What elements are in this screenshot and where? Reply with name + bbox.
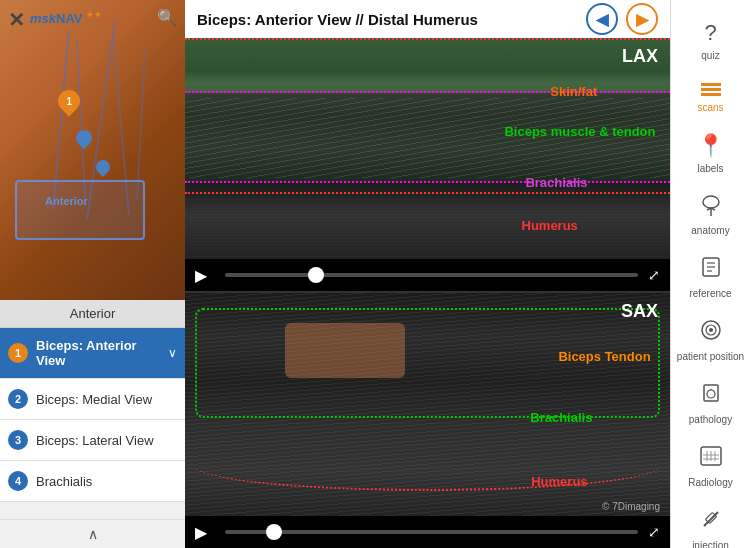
- humerus-sax-label: Humerus: [531, 474, 587, 489]
- brachialis-sax-label: Brachialis: [530, 410, 592, 425]
- sidebar-item-patient-position[interactable]: patient position: [671, 309, 750, 372]
- biceps-tendon-sax-label: Biceps Tendon: [558, 349, 650, 364]
- marker-2[interactable]: [73, 130, 95, 158]
- svg-rect-11: [704, 385, 718, 401]
- scan-list: Anterior 1 Biceps: Anterior View ∨ 2 Bic…: [0, 300, 185, 519]
- sidebar-item-labels[interactable]: 📍 labels: [671, 123, 750, 184]
- scroll-down-button[interactable]: ∧: [0, 519, 185, 548]
- lax-ultrasound: [185, 38, 670, 259]
- panel-title-bar: Biceps: Anterior View // Distal Humerus …: [185, 0, 670, 38]
- sidebar-item-radiology[interactable]: Radiology: [671, 435, 750, 498]
- badge-2: 2: [8, 389, 28, 409]
- labels-label: labels: [697, 163, 723, 174]
- list-item-3[interactable]: 3 Biceps: Lateral View: [0, 420, 185, 461]
- humerus-lax-label: Humerus: [522, 218, 578, 233]
- forward-button[interactable]: ▶: [626, 3, 658, 35]
- lax-fullscreen-button[interactable]: ⤢: [648, 267, 660, 283]
- app-logo: mskNAV ✦✦: [30, 10, 102, 26]
- panel-title-text: Biceps: Anterior View // Distal Humerus: [197, 11, 478, 28]
- right-sidebar: ? quiz scans 📍 labels anatomy reference …: [670, 0, 750, 548]
- list-item-2[interactable]: 2 Biceps: Medial View: [0, 379, 185, 420]
- badge-1: 1: [8, 343, 28, 363]
- anatomy-label: anatomy: [691, 225, 729, 236]
- sax-fullscreen-button[interactable]: ⤢: [648, 524, 660, 540]
- skin-fat-label: Skin/fat: [550, 84, 597, 99]
- radiology-label: Radiology: [688, 477, 732, 488]
- lax-scrubber[interactable]: [225, 273, 638, 277]
- radiology-icon: [699, 445, 723, 473]
- list-item-4[interactable]: 4 Brachialis: [0, 461, 185, 502]
- injection-label: injection: [692, 540, 729, 548]
- injection-icon: [700, 508, 722, 536]
- close-button[interactable]: ✕: [8, 8, 25, 32]
- svg-point-12: [707, 390, 715, 398]
- scans-label: scans: [697, 102, 723, 113]
- item-text-2: Biceps: Medial View: [36, 392, 177, 407]
- item-text-1: Biceps: Anterior View: [36, 338, 168, 368]
- patient-position-label: patient position: [677, 351, 744, 362]
- list-item-1[interactable]: 1 Biceps: Anterior View ∨: [0, 328, 185, 379]
- badge-3: 3: [8, 430, 28, 450]
- anatomy-icon: [699, 194, 723, 221]
- title-nav: ◀ ▶: [586, 3, 658, 35]
- lax-play-button[interactable]: ▶: [195, 266, 215, 285]
- labels-icon: 📍: [697, 133, 724, 159]
- quiz-icon: ?: [704, 20, 716, 46]
- reference-label: reference: [689, 288, 731, 299]
- sax-scan: SAX Biceps Tendon Brachialis Humerus © 7…: [185, 293, 670, 548]
- anatomy-view: 1 Anterior 🔍: [0, 0, 185, 300]
- chevron-down-icon: ∨: [168, 346, 177, 360]
- biceps-tendon-lax-label: Biceps muscle & tendon: [504, 124, 655, 139]
- sidebar-item-pathology[interactable]: pathology: [671, 372, 750, 435]
- patient-position-icon: [700, 319, 722, 347]
- lax-scrubber-thumb[interactable]: [308, 267, 324, 283]
- pathology-label: pathology: [689, 414, 732, 425]
- back-button[interactable]: ◀: [586, 3, 618, 35]
- sidebar-item-reference[interactable]: reference: [671, 246, 750, 309]
- center-panel: Biceps: Anterior View // Distal Humerus …: [185, 0, 670, 548]
- lax-play-bar: ▶ ⤢: [185, 259, 670, 291]
- item-text-4: Brachialis: [36, 474, 177, 489]
- zoom-icon[interactable]: 🔍: [157, 8, 177, 27]
- svg-point-10: [709, 328, 713, 332]
- item-text-3: Biceps: Lateral View: [36, 433, 177, 448]
- sidebar-item-injection[interactable]: injection: [671, 498, 750, 548]
- left-panel: 1 Anterior 🔍 Anterior 1 Biceps: Anterior…: [0, 0, 185, 548]
- badge-4: 4: [8, 471, 28, 491]
- sidebar-item-anatomy[interactable]: anatomy: [671, 184, 750, 246]
- highlight-box: [15, 180, 145, 240]
- list-header: Anterior: [0, 300, 185, 328]
- marker-1[interactable]: 1: [58, 90, 80, 118]
- anterior-label: Anterior: [45, 195, 88, 207]
- reference-icon: [700, 256, 722, 284]
- sax-scrubber-thumb[interactable]: [266, 524, 282, 540]
- copyright-text: © 7Dimaging: [602, 501, 660, 512]
- sidebar-item-scans[interactable]: scans: [671, 71, 750, 123]
- quiz-label: quiz: [701, 50, 719, 61]
- pathology-icon: [700, 382, 722, 410]
- lax-label: LAX: [622, 46, 658, 67]
- sax-play-bar: ▶ ⤢: [185, 516, 670, 548]
- brachialis-lax-label: Brachialis: [525, 175, 587, 190]
- sax-ultrasound: [185, 293, 670, 516]
- sax-label: SAX: [621, 301, 658, 322]
- sax-scrubber[interactable]: [225, 530, 638, 534]
- sidebar-item-quiz[interactable]: ? quiz: [671, 10, 750, 71]
- lax-scan: LAX Skin/fat Biceps muscle & tendon Brac…: [185, 38, 670, 293]
- svg-point-0: [703, 196, 719, 208]
- sax-play-button[interactable]: ▶: [195, 523, 215, 542]
- scans-icon: [701, 81, 721, 98]
